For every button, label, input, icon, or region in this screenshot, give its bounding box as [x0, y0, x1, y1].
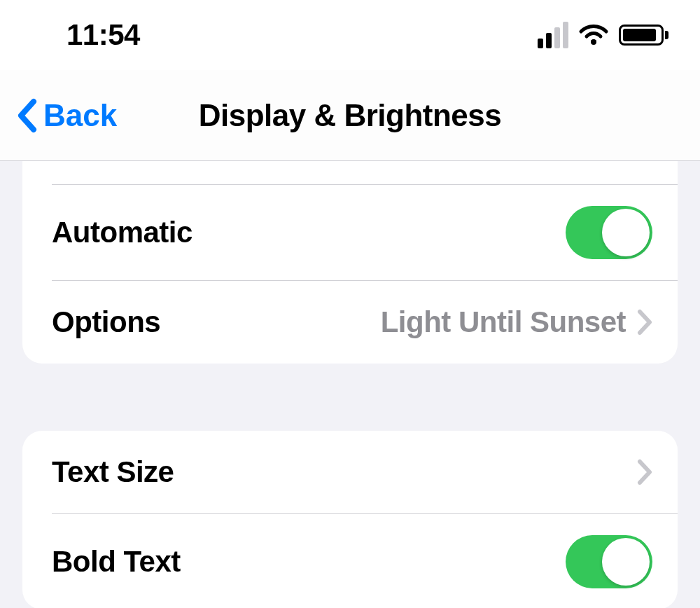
status-icons	[538, 22, 668, 48]
text-size-label: Text Size	[52, 455, 174, 489]
back-button[interactable]: Back	[14, 97, 117, 134]
settings-content: Automatic Options Light Until Sunset Tex…	[0, 161, 700, 608]
options-value: Light Until Sunset	[381, 305, 626, 339]
automatic-label: Automatic	[52, 216, 192, 249]
status-time: 11:54	[66, 18, 140, 52]
svg-point-0	[591, 39, 596, 45]
text-section: Text Size Bold Text	[22, 431, 678, 608]
text-size-row[interactable]: Text Size	[22, 431, 678, 513]
chevron-right-icon	[637, 459, 652, 485]
options-row[interactable]: Options Light Until Sunset	[22, 281, 678, 364]
navigation-bar: Back Display & Brightness	[0, 70, 700, 161]
back-label: Back	[43, 98, 117, 133]
partial-row-cutoff	[52, 161, 678, 185]
chevron-left-icon	[14, 97, 42, 134]
automatic-row: Automatic	[22, 185, 678, 280]
appearance-section: Automatic Options Light Until Sunset	[22, 161, 678, 364]
chevron-right-icon	[637, 309, 652, 336]
battery-icon	[619, 25, 668, 46]
automatic-toggle[interactable]	[566, 206, 652, 259]
status-bar: 11:54	[0, 0, 700, 70]
bold-text-label: Bold Text	[52, 545, 181, 579]
cellular-signal-icon	[538, 22, 568, 48]
bold-text-toggle[interactable]	[566, 535, 652, 588]
options-label: Options	[52, 305, 160, 339]
wifi-icon	[578, 24, 609, 46]
bold-text-row: Bold Text	[22, 514, 678, 608]
page-title: Display & Brightness	[199, 98, 502, 133]
